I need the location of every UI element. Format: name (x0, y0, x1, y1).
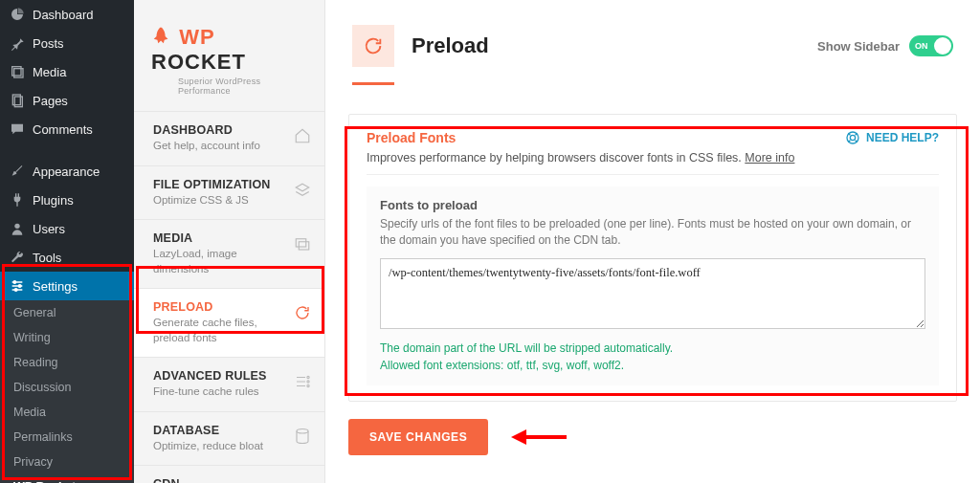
need-help-text: NEED HELP? (866, 131, 939, 144)
sidebar-label: Dashboard (33, 8, 94, 22)
rnav-desc: Optimize CSS & JS (153, 193, 287, 209)
sidebar-item-settings[interactable]: Settings (0, 272, 134, 300)
main-panel: Preload Show Sidebar ON Preload Fonts NE… (325, 0, 980, 483)
plug-icon (10, 192, 25, 208)
rnav-title: PRELOAD (153, 300, 309, 314)
sidebar-item-comments[interactable]: Comments (0, 115, 134, 143)
rnav-advanced-rules[interactable]: ADVANCED RULES Fine-tune cache rules (134, 357, 324, 411)
svg-point-4 (14, 224, 19, 229)
dashboard-icon (10, 7, 25, 22)
rnav-dashboard[interactable]: DASHBOARD Get help, account info (134, 111, 324, 165)
brush-icon (10, 164, 25, 179)
sliders-icon (10, 278, 25, 294)
sidebar-item-dashboard[interactable]: Dashboard (0, 0, 134, 29)
rnav-preload[interactable]: PRELOAD Generate cache files, preload fo… (134, 288, 324, 357)
logo-rocket: ROCKET (151, 50, 246, 74)
svg-marker-17 (511, 429, 526, 445)
sidebar-label: Settings (33, 279, 78, 294)
rnav-desc: Optimize, reduce bloat (153, 439, 287, 454)
sidebar-label: Pages (33, 94, 68, 108)
home-icon (294, 127, 311, 144)
svg-point-5 (13, 281, 16, 284)
layers-icon (294, 182, 311, 199)
logo-tagline: Superior WordPress Performance (178, 77, 307, 96)
rnav-desc: Get help, account info (153, 139, 287, 154)
svg-rect-9 (299, 242, 309, 250)
annotation-arrow-icon (511, 427, 568, 448)
options-icon (294, 373, 311, 390)
sidebar-item-media[interactable]: Media (0, 57, 134, 86)
hints: The domain part of the URL will be strip… (380, 340, 925, 374)
sidebar-label: Tools (33, 251, 61, 265)
save-changes-button[interactable]: SAVE CHANGES (348, 419, 488, 455)
sidebar-item-plugins[interactable]: Plugins (0, 186, 134, 214)
preload-icon (352, 25, 394, 67)
sidebar-label: Plugins (33, 193, 74, 208)
sidebar-item-users[interactable]: Users (0, 214, 134, 243)
refresh-icon (294, 304, 311, 321)
preload-fonts-card: Preload Fonts NEED HELP? Improves perfor… (348, 114, 957, 402)
sub-wp-rocket[interactable]: WP Rocket (0, 474, 134, 483)
svg-point-13 (297, 428, 308, 433)
sidebar-label: Media (33, 65, 66, 79)
fonts-to-preload-textarea[interactable] (380, 258, 925, 329)
logo-wp: WP (179, 25, 214, 49)
page-icon (10, 93, 25, 108)
sidebar-label: Comments (33, 122, 93, 137)
rnav-title: FILE OPTIMIZATION (153, 178, 309, 191)
page-header: Preload Show Sidebar ON (325, 0, 980, 77)
rnav-desc: Generate cache files, preload fonts (153, 316, 287, 345)
database-icon (294, 428, 311, 445)
rnav-file-optimization[interactable]: FILE OPTIMIZATION Optimize CSS & JS (134, 165, 324, 220)
sub-discussion[interactable]: Discussion (0, 375, 134, 400)
wp-rocket-logo: WP ROCKET Superior WordPress Performance (134, 0, 324, 111)
rnav-title: DATABASE (153, 424, 309, 437)
sub-media[interactable]: Media (0, 400, 134, 425)
svg-point-10 (307, 376, 309, 378)
images-icon (294, 235, 311, 252)
rnav-database[interactable]: DATABASE Optimize, reduce bloat (134, 411, 324, 466)
rnav-cdn[interactable]: CDN (134, 465, 324, 483)
sidebar-item-pages[interactable]: Pages (0, 86, 134, 115)
page-title: Preload (412, 33, 800, 58)
sub-desc: Specify urls of the font files to be pre… (380, 216, 925, 249)
svg-point-11 (307, 381, 309, 383)
rnav-title: DASHBOARD (153, 123, 309, 137)
toggle-knob-icon (934, 37, 951, 55)
card-title: Preload Fonts (367, 130, 456, 145)
card-intro: Improves performance by helping browsers… (367, 151, 939, 175)
wp-admin-sidebar: Dashboard Posts Media Pages Comments App… (0, 0, 134, 483)
sub-privacy[interactable]: Privacy (0, 450, 134, 474)
user-icon (10, 221, 25, 236)
sub-general[interactable]: General (0, 300, 134, 325)
sidebar-item-tools[interactable]: Tools (0, 243, 134, 272)
sub-writing[interactable]: Writing (0, 325, 134, 350)
save-row: SAVE CHANGES (348, 419, 957, 455)
sidebar-toggle: Show Sidebar ON (817, 35, 953, 56)
fonts-to-preload-group: Fonts to preload Specify urls of the fon… (367, 187, 939, 385)
sidebar-item-posts[interactable]: Posts (0, 29, 134, 57)
svg-point-6 (18, 285, 21, 288)
svg-rect-8 (296, 239, 306, 247)
svg-point-15 (850, 135, 855, 140)
rnav-media[interactable]: MEDIA LazyLoad, image dimensions (134, 219, 324, 288)
comment-icon (10, 121, 25, 137)
svg-point-12 (307, 384, 309, 386)
show-sidebar-toggle[interactable]: ON (909, 35, 953, 56)
sidebar-label: Posts (33, 36, 64, 51)
media-icon (10, 64, 25, 79)
rnav-desc: Fine-tune cache rules (153, 384, 287, 400)
hint-line-2: Allowed font extensions: otf, ttf, svg, … (380, 357, 925, 374)
sub-reading[interactable]: Reading (0, 350, 134, 375)
rnav-title: MEDIA (153, 231, 309, 245)
active-tab-underline-icon (352, 82, 394, 85)
sub-permalinks[interactable]: Permalinks (0, 425, 134, 450)
intro-text: Improves performance by helping browsers… (367, 151, 745, 165)
show-sidebar-label: Show Sidebar (817, 39, 900, 54)
sidebar-label: Users (33, 222, 65, 236)
sidebar-label: Appearance (33, 165, 100, 179)
need-help-link[interactable]: NEED HELP? (845, 130, 939, 145)
more-info-link[interactable]: More info (745, 151, 794, 165)
sidebar-item-appearance[interactable]: Appearance (0, 157, 134, 186)
hint-line-1: The domain part of the URL will be strip… (380, 340, 925, 357)
